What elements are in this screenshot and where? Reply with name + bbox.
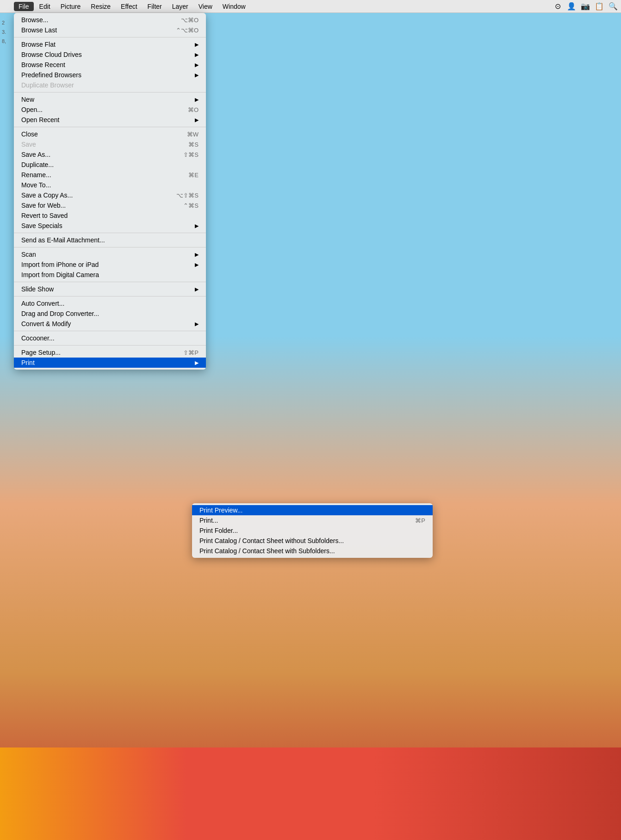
- menu-item-open-recent[interactable]: Open Recent▶: [14, 115, 206, 125]
- menu-item-revert-to-saved[interactable]: Revert to Saved: [14, 210, 206, 221]
- menu-item-open---[interactable]: Open...⌘O: [14, 105, 206, 115]
- menu-separator-5: [14, 282, 206, 282]
- menubar-picture[interactable]: Picture: [56, 2, 86, 11]
- menubar-edit[interactable]: Edit: [35, 2, 55, 11]
- menubar-apple[interactable]: [4, 6, 13, 7]
- menubar-effect[interactable]: Effect: [116, 2, 142, 11]
- menubar-window[interactable]: Window: [218, 2, 250, 11]
- menu-item-save-a-copy-as---[interactable]: Save a Copy As...⌥⇧⌘S: [14, 190, 206, 200]
- menu-separator-3: [14, 233, 206, 233]
- menu-item-save-as---[interactable]: Save As...⇧⌘S: [14, 149, 206, 160]
- print-submenu-item-1[interactable]: Print...⌘P: [192, 515, 433, 525]
- menu-separator-1: [14, 92, 206, 93]
- print-submenu-item-2[interactable]: Print Folder...: [192, 525, 433, 536]
- menubar-icons: ⊙ 👤 📷 📋 🔍: [553, 2, 617, 11]
- menu-item-rename---[interactable]: Rename...⌘E: [14, 170, 206, 180]
- bottom-strip: [0, 747, 621, 840]
- menu-item-print[interactable]: Print▶: [14, 358, 206, 368]
- menu-item-import-from-digital-camera[interactable]: Import from Digital Camera: [14, 270, 206, 280]
- menu-item-cocooner---[interactable]: Cocooner...: [14, 333, 206, 343]
- menu-item-browse-flat[interactable]: Browse Flat▶: [14, 39, 206, 49]
- menu-item-auto-convert---[interactable]: Auto Convert...: [14, 298, 206, 309]
- menu-item-page-setup---[interactable]: Page Setup...⇧⌘P: [14, 347, 206, 358]
- menu-separator-8: [14, 345, 206, 346]
- menu-separator-4: [14, 247, 206, 247]
- menu-item-save-for-web---[interactable]: Save for Web...⌃⌘S: [14, 200, 206, 210]
- menu-item-save-specials[interactable]: Save Specials▶: [14, 221, 206, 231]
- print-submenu-item-4[interactable]: Print Catalog / Contact Sheet with Subfo…: [192, 546, 433, 556]
- target-icon[interactable]: ⊙: [553, 2, 562, 11]
- menubar-layer[interactable]: Layer: [168, 2, 193, 11]
- menu-item-browse-cloud-drives[interactable]: Browse Cloud Drives▶: [14, 49, 206, 60]
- person-icon[interactable]: 👤: [567, 2, 576, 11]
- menu-item-duplicate-browser: Duplicate Browser: [14, 80, 206, 90]
- menu-item-drag-and-drop-converter---[interactable]: Drag and Drop Converter...: [14, 309, 206, 319]
- sidebar-numbers: 2 3. 8,: [2, 19, 6, 46]
- menubar-file[interactable]: File: [14, 2, 34, 11]
- print-submenu-item-3[interactable]: Print Catalog / Contact Sheet without Su…: [192, 536, 433, 546]
- menu-separator-0: [14, 37, 206, 37]
- menubar-resize[interactable]: Resize: [86, 2, 115, 11]
- print-submenu: Print Preview...Print...⌘PPrint Folder..…: [192, 503, 433, 558]
- menubar-filter[interactable]: Filter: [143, 2, 167, 11]
- menu-item-browse-last[interactable]: Browse Last⌃⌥⌘O: [14, 25, 206, 35]
- file-menu-dropdown: Browse...⌥⌘OBrowse Last⌃⌥⌘OBrowse Flat▶B…: [14, 13, 206, 370]
- menu-item-send-as-e-mail-attachment---[interactable]: Send as E-Mail Attachment...: [14, 235, 206, 245]
- menu-item-predefined-browsers[interactable]: Predefined Browsers▶: [14, 70, 206, 80]
- search-icon[interactable]: 🔍: [609, 2, 617, 11]
- menu-item-browse---[interactable]: Browse...⌥⌘O: [14, 15, 206, 25]
- menu-separator-2: [14, 127, 206, 127]
- menubar-view[interactable]: View: [194, 2, 217, 11]
- menubar: File Edit Picture Resize Effect Filter L…: [0, 0, 621, 13]
- menu-item-move-to---[interactable]: Move To...: [14, 180, 206, 190]
- menu-item-convert---modify[interactable]: Convert & Modify▶: [14, 319, 206, 329]
- menu-item-save: Save⌘S: [14, 139, 206, 149]
- calendar-icon[interactable]: 📋: [595, 2, 603, 11]
- menu-item-browse-recent[interactable]: Browse Recent▶: [14, 60, 206, 70]
- menu-separator-6: [14, 296, 206, 296]
- print-submenu-item-0[interactable]: Print Preview...: [192, 505, 433, 515]
- menu-item-import-from-iphone-or-ipad[interactable]: Import from iPhone or iPad▶: [14, 259, 206, 270]
- menu-item-scan[interactable]: Scan▶: [14, 249, 206, 259]
- menu-item-close[interactable]: Close⌘W: [14, 129, 206, 139]
- camera-icon[interactable]: 📷: [581, 2, 590, 11]
- menu-item-new[interactable]: New▶: [14, 94, 206, 105]
- menu-separator-7: [14, 331, 206, 331]
- menu-item-duplicate---[interactable]: Duplicate...: [14, 160, 206, 170]
- menu-item-slide-show[interactable]: Slide Show▶: [14, 284, 206, 294]
